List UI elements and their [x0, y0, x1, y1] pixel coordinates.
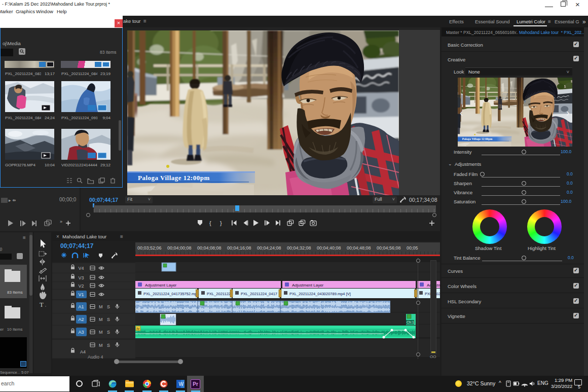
- svg-text:M: M: [99, 317, 103, 322]
- svg-text:S: S: [107, 317, 110, 322]
- svg-text:M: M: [99, 343, 103, 348]
- svg-text:M: M: [99, 330, 103, 335]
- svg-text:S: S: [107, 304, 110, 309]
- svg-text:A4: A4: [80, 349, 86, 354]
- svg-text:V2: V2: [79, 283, 84, 289]
- svg-text:S: S: [107, 343, 110, 348]
- svg-text:V4: V4: [79, 266, 84, 271]
- svg-text:V1: V1: [79, 292, 84, 297]
- svg-text:W: W: [179, 381, 184, 387]
- svg-text:M: M: [99, 304, 103, 309]
- svg-text:{: {: [209, 220, 211, 226]
- svg-text:A2: A2: [79, 317, 84, 322]
- svg-text:Audio 4: Audio 4: [88, 354, 103, 359]
- svg-text:A1: A1: [79, 304, 84, 309]
- svg-text:»: »: [60, 219, 62, 224]
- svg-text:T: T: [40, 301, 44, 308]
- svg-text:V3: V3: [79, 275, 84, 280]
- svg-text:}: }: [220, 220, 222, 226]
- svg-text:A3: A3: [79, 330, 84, 335]
- svg-text:S: S: [107, 330, 110, 335]
